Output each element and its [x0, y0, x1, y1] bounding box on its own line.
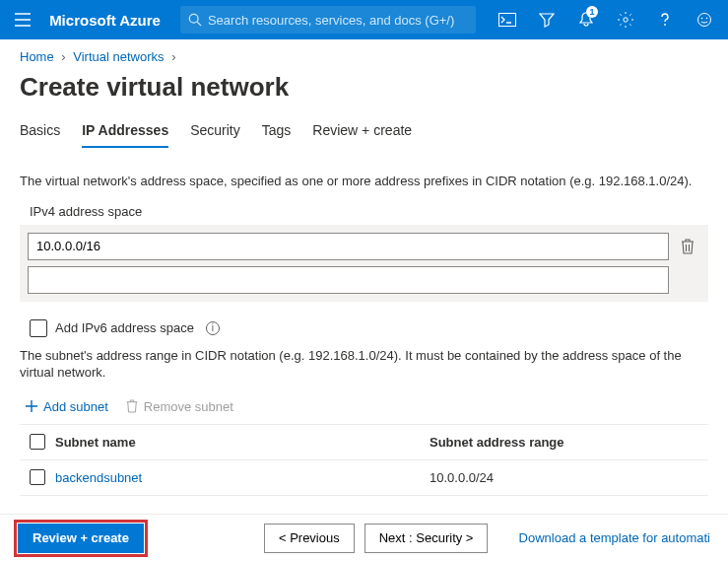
- chevron-right-icon: ›: [61, 49, 65, 64]
- add-subnet-label: Add subnet: [43, 399, 108, 414]
- help-icon: [657, 12, 673, 28]
- download-template-link[interactable]: Download a template for automati: [519, 530, 710, 545]
- previous-button[interactable]: < Previous: [264, 524, 355, 553]
- svg-rect-2: [498, 14, 515, 27]
- svg-line-1: [197, 22, 201, 26]
- hamburger-menu-button[interactable]: [8, 4, 37, 35]
- tab-ip-addresses[interactable]: IP Addresses: [82, 116, 168, 148]
- subnet-table: Subnet name Subnet address range backend…: [20, 424, 708, 496]
- remove-subnet-label: Remove subnet: [144, 399, 233, 414]
- global-search[interactable]: [180, 6, 476, 34]
- tab-tags[interactable]: Tags: [262, 116, 292, 148]
- help-button[interactable]: [649, 4, 681, 35]
- subnet-description: The subnet's address range in CIDR notat…: [20, 347, 708, 382]
- col-subnet-name: Subnet name: [55, 435, 430, 450]
- smiley-icon: [696, 12, 712, 28]
- cloud-shell-button[interactable]: [492, 4, 523, 35]
- table-row: backendsubnet 10.0.0.0/24: [20, 460, 708, 496]
- address-row: [28, 233, 700, 260]
- directory-filter-button[interactable]: [531, 4, 563, 35]
- table-header-row: Subnet name Subnet address range: [20, 425, 708, 460]
- next-button[interactable]: Next : Security >: [364, 524, 489, 553]
- notification-badge: 1: [586, 6, 598, 18]
- ipv4-description: The virtual network's address space, spe…: [20, 173, 708, 190]
- trash-icon: [126, 399, 138, 413]
- svg-point-5: [698, 14, 711, 27]
- svg-point-3: [624, 18, 628, 22]
- tab-review-create[interactable]: Review + create: [312, 116, 412, 148]
- gear-icon: [618, 12, 633, 28]
- settings-button[interactable]: [610, 4, 641, 35]
- subnet-toolbar: Add subnet Remove subnet: [26, 399, 708, 414]
- plus-icon: [26, 400, 37, 412]
- ipv4-label: IPv4 address space: [30, 204, 708, 219]
- row-checkbox[interactable]: [30, 469, 45, 485]
- brand-label: Microsoft Azure: [49, 12, 161, 29]
- remove-subnet-button: Remove subnet: [126, 399, 233, 414]
- review-create-button[interactable]: Review + create: [18, 524, 144, 553]
- content-area: The virtual network's address space, spe…: [0, 155, 728, 496]
- svg-point-6: [701, 18, 703, 20]
- delete-address-button[interactable]: [675, 234, 700, 259]
- subnet-range-value: 10.0.0.0/24: [430, 470, 708, 485]
- svg-point-0: [189, 14, 198, 23]
- subnet-name-link[interactable]: backendsubnet: [55, 470, 142, 485]
- wizard-tabs: Basics IP Addresses Security Tags Review…: [0, 116, 728, 155]
- cloud-shell-icon: [498, 13, 516, 27]
- search-input[interactable]: [208, 13, 468, 28]
- page-title: Create virtual network: [0, 68, 728, 116]
- breadcrumb-home[interactable]: Home: [20, 49, 54, 64]
- ipv6-checkbox[interactable]: [30, 319, 47, 337]
- topbar: Microsoft Azure 1: [0, 0, 728, 39]
- filter-icon: [539, 12, 555, 28]
- feedback-button[interactable]: [689, 4, 720, 35]
- search-icon: [188, 13, 202, 27]
- svg-point-7: [706, 18, 708, 20]
- ipv4-address-input-empty[interactable]: [28, 266, 669, 294]
- ipv6-checkbox-label: Add IPv6 address space: [55, 320, 194, 335]
- notifications-button[interactable]: 1: [570, 4, 602, 35]
- select-all-checkbox[interactable]: [30, 434, 45, 450]
- wizard-footer: Review + create < Previous Next : Securi…: [0, 514, 728, 561]
- info-icon[interactable]: i: [206, 321, 220, 335]
- tab-security[interactable]: Security: [190, 116, 240, 148]
- svg-point-4: [664, 24, 666, 26]
- chevron-right-icon: ›: [171, 49, 175, 64]
- hamburger-icon: [15, 13, 31, 27]
- add-subnet-button[interactable]: Add subnet: [26, 399, 108, 414]
- breadcrumb-virtual-networks[interactable]: Virtual networks: [73, 49, 164, 64]
- breadcrumb: Home › Virtual networks ›: [0, 39, 728, 68]
- tab-basics[interactable]: Basics: [20, 116, 60, 148]
- ipv4-address-input[interactable]: [28, 233, 669, 260]
- address-space-block: [20, 225, 708, 302]
- col-subnet-range: Subnet address range: [430, 435, 708, 450]
- ipv6-checkbox-row: Add IPv6 address space i: [30, 319, 708, 337]
- trash-icon: [681, 239, 695, 254]
